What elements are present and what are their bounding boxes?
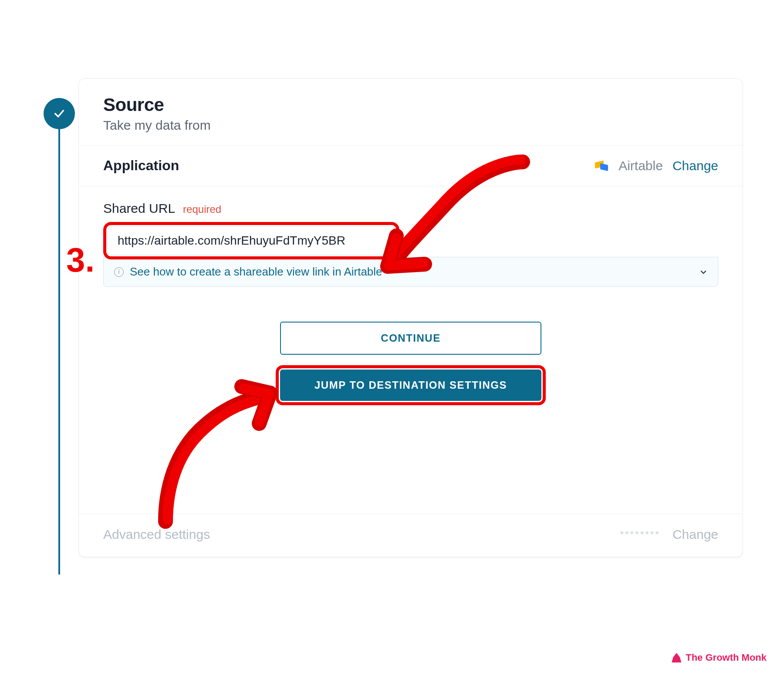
card-subtitle: Take my data from (103, 118, 718, 133)
change-advanced-link[interactable]: Change (672, 527, 718, 542)
help-panel[interactable]: i See how to create a shareable view lin… (103, 257, 718, 287)
annotation-step-number: 3. (66, 240, 95, 280)
help-text: See how to create a shareable view link … (130, 265, 693, 279)
change-application-link[interactable]: Change (672, 158, 718, 173)
application-label: Application (103, 158, 179, 174)
required-badge: required (183, 203, 221, 215)
info-icon: i (114, 267, 124, 277)
growth-monk-icon (672, 653, 681, 662)
chevron-down-icon (700, 268, 707, 276)
shared-url-label: Shared URL (103, 201, 175, 216)
watermark: The Growth Monk (672, 652, 767, 663)
watermark-text: The Growth Monk (686, 652, 767, 663)
airtable-icon (595, 159, 609, 173)
continue-button[interactable]: CONTINUE (280, 322, 541, 355)
application-row: Application Airtable Change (79, 145, 743, 186)
shared-url-section: Shared URL required https://airtable.com… (79, 186, 743, 426)
timeline-connector (58, 128, 60, 575)
card-header: Source Take my data from (79, 79, 743, 145)
jump-to-destination-button[interactable]: JUMP TO DESTINATION SETTINGS (280, 370, 541, 401)
selected-application-name: Airtable (618, 158, 663, 173)
annotation-highlight-box-input: https://airtable.com/shrEhuyuFdTmyY5BR (103, 222, 399, 259)
source-card: Source Take my data from Application Air… (78, 78, 743, 557)
advanced-settings-masked-value: ******** (620, 529, 660, 540)
step-complete-dot (44, 98, 75, 129)
checkmark-icon (53, 108, 65, 120)
card-title: Source (103, 94, 718, 115)
shared-url-input[interactable]: https://airtable.com/shrEhuyuFdTmyY5BR (108, 226, 395, 255)
advanced-settings-row: Advanced settings ******** Change (79, 514, 743, 557)
advanced-settings-label: Advanced settings (103, 527, 210, 542)
annotation-highlight-box-button: JUMP TO DESTINATION SETTINGS (276, 365, 546, 405)
timeline (39, 87, 78, 566)
